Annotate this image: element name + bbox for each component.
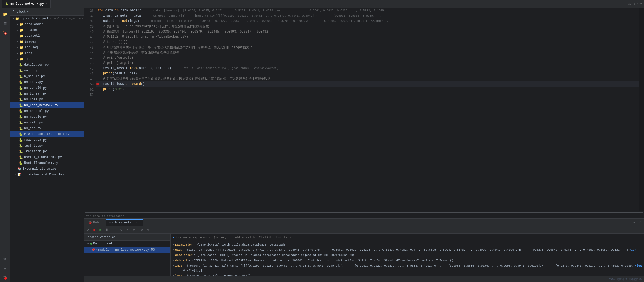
- tree-item-dataloader-py[interactable]: 🐍 dataloader.py: [10, 62, 84, 68]
- tree-item-test_tb-py[interactable]: 🐍 test_tb.py: [10, 143, 84, 149]
- horizontal-scrollbar[interactable]: [84, 211, 644, 213]
- python-console-icon-btn[interactable]: ≫: [1, 255, 9, 263]
- toolbar-separator-2: [138, 228, 138, 232]
- bookmark-icon-btn[interactable]: 🔖: [1, 29, 9, 37]
- console-expand-icon[interactable]: ▶: [173, 242, 174, 247]
- debug-tab-debug[interactable]: 🐞 Debug: [85, 219, 106, 226]
- ext-chevron: ▸: [15, 167, 16, 170]
- tree-item-nn_loss_network-py[interactable]: 🐍 nn_loss_network.py: [10, 102, 84, 108]
- debug-panel: 🐞 Debug nn_loss_network × ⚙ ⤢ ⟳ ■ ▶ ⏸: [84, 218, 644, 276]
- threads-variables-panel: Threads Variables ▾ MainThread 📌 <module…: [84, 234, 171, 276]
- file-label: n_module.py: [24, 75, 45, 78]
- console-expand-icon[interactable]: ▶: [173, 273, 174, 276]
- folder-label: dataset: [25, 28, 38, 32]
- tree-item-nn_relu-py[interactable]: 🐍 nn_relu.py: [10, 120, 84, 126]
- tree-item-scratches[interactable]: ▸ 📝 Scratches and Consoles: [10, 172, 84, 177]
- console-val: = {CrossEntropyLoss} CrossEntropyLoss(): [183, 273, 251, 276]
- breakpoint-indicator: [96, 83, 99, 85]
- code-line-49: # 注意这里进行反向传播使用的对象是损失函数对象，因为要经过损失函数求完之后的值…: [96, 76, 639, 81]
- tree-item-main-py[interactable]: 🐍 main.py: [10, 68, 84, 74]
- tree-item-read_data-py[interactable]: 🐍 read_data.py: [10, 137, 84, 143]
- tree-item-nn_seq-py[interactable]: 🐍 nn_seq.py: [10, 126, 84, 131]
- tree-item-nn_conv-py[interactable]: 🐍 nn_conv.py: [10, 79, 84, 85]
- file-label: nn_loss.py: [24, 98, 43, 101]
- tree-root[interactable]: ▾ 📁 pytorch_Project C:\AI\pycharm_projec…: [10, 16, 84, 22]
- step-out-btn[interactable]: ↗: [125, 227, 130, 233]
- tab-close-button[interactable]: ×: [46, 2, 47, 5]
- evaluate-btn[interactable]: ✎: [145, 227, 151, 233]
- tree-item-nn_loss-py[interactable]: 🐍 nn_loss.py: [10, 97, 84, 102]
- console-row-data: ▶ data = {list: 2} [tensor([[[[0.6196, 0…: [173, 247, 642, 253]
- run-to-cursor-btn[interactable]: ↩: [131, 227, 137, 233]
- code-line-39: # 先打印看一下outputs和targets长什么样，再看选择什么样的损失函数: [96, 24, 639, 29]
- code-line-36: for data in dataloader: data: [tensor([[…: [96, 8, 639, 13]
- tree-item-UsefulTransform-py[interactable]: 🐍 UsefulTransform.py: [10, 160, 84, 166]
- folder-icon: 📁: [19, 46, 23, 50]
- resume-btn[interactable]: ▶: [98, 227, 103, 233]
- folder-icon: 📁: [19, 40, 23, 44]
- settings-btn[interactable]: ⚙: [631, 220, 637, 226]
- step-over-btn[interactable]: ⬇: [112, 227, 118, 233]
- py-icon: 🐍: [19, 155, 23, 159]
- tree-item-dataset-folder[interactable]: ▸ 📁 dataset: [10, 27, 84, 33]
- debug-icon-btn[interactable]: 🐞: [1, 274, 9, 282]
- evaluate-expression-input[interactable]: [175, 236, 642, 239]
- tree-item-nn_maxpool-py[interactable]: 🐍 nn_maxpool.py: [10, 108, 84, 114]
- tree-item-Useful_Transforms-py[interactable]: 🐍 Useful_Transforms.py: [10, 154, 84, 160]
- tree-item-n_module-py[interactable]: 🐍 n_module.py: [10, 74, 84, 79]
- main-layout: 📁 ☰ 🔖 ≫ ⊞ 🐞 Project ▾ ▾ 📁 pytorch_Projec…: [0, 8, 644, 282]
- debug-tab-close-btn[interactable]: ×: [138, 221, 140, 224]
- tree-item-p10-folder[interactable]: ▸ 📁 p10: [10, 56, 84, 62]
- folder-chevron: ▸: [17, 29, 18, 32]
- editor-tab[interactable]: 🐍 nn_loss_network.py ×: [2, 0, 51, 8]
- tree-item-dataloader-folder[interactable]: ▸ 📁 dataloader: [10, 22, 84, 27]
- output-36: data: [tensor([[[[0.6196, 0.6235, 0.6471…: [147, 9, 389, 12]
- expand-btn[interactable]: ⤢: [637, 220, 643, 226]
- tree-item-dataset2-folder[interactable]: ▸ 📁 dataset2: [10, 33, 84, 39]
- file-label: nn_conv.py: [24, 80, 43, 84]
- console-key: imgs: [175, 263, 182, 268]
- tree-item-external-libs[interactable]: ▸ 📚 External Libraries: [10, 166, 84, 172]
- console-val: = {GenericMeta} torch.utils.data.dataloa…: [194, 242, 287, 247]
- py-icon: 🐍: [19, 103, 23, 107]
- tree-item-Transform-py[interactable]: 🐍 Transform.py: [10, 149, 84, 154]
- code-line-37: imgs, targets = data targets: tensor([3]…: [96, 13, 639, 18]
- code-line-48: print(result_loss): [96, 71, 639, 76]
- rerun-btn[interactable]: ⟳: [85, 227, 91, 233]
- structure-icon-btn[interactable]: ☰: [1, 19, 9, 28]
- stop-btn[interactable]: ■: [91, 227, 97, 233]
- tree-item-nn_conv2d-py[interactable]: 🐍 nn_conv2d.py: [10, 85, 84, 91]
- tree-item-nn_linear-py[interactable]: 🐍 nn_linear.py: [10, 91, 84, 97]
- debug-tab-nn_loss[interactable]: nn_loss_network ×: [106, 219, 143, 226]
- console-expand-icon[interactable]: ▶: [173, 263, 174, 268]
- tree-item-logs-folder[interactable]: ▸ 📁 logs: [10, 50, 84, 56]
- tree-item-P10_dataset-py[interactable]: 🐍 P10_dataset_transform.py: [10, 131, 84, 137]
- view-link[interactable]: View: [629, 248, 636, 252]
- console-expand-icon[interactable]: ▶: [173, 253, 174, 258]
- tree-item-log_seq-folder[interactable]: ▸ 📁 log_seq: [10, 45, 84, 50]
- console-row-dataset: ▶ dataset = {CIFAR10: 10000} Dataset CIF…: [173, 258, 642, 263]
- project-icon-btn[interactable]: 📁: [1, 10, 9, 18]
- terminal-icon-btn[interactable]: ⊞: [1, 264, 9, 273]
- folder-chevron: ▸: [17, 46, 18, 49]
- view-link[interactable]: View: [635, 263, 642, 268]
- console-expand-icon[interactable]: ▶: [173, 258, 174, 263]
- console-expand-icon[interactable]: ▶: [173, 248, 174, 252]
- mute-breakpoints-btn[interactable]: ⊗: [139, 227, 145, 233]
- tree-item-images-folder[interactable]: ▸ 📁 images: [10, 39, 84, 45]
- output-38: outputs: tensor([[ 0.1448, -0.0435, -0.0…: [144, 19, 388, 23]
- status-bar: for data in dataloader:: [84, 213, 644, 218]
- project-header: Project ▾: [10, 8, 84, 16]
- thread-status-dot: [90, 243, 92, 245]
- folder-label: dataset2: [25, 34, 40, 38]
- console-row-DataLoader: ▶ DataLoader = {GenericMeta} torch.utils…: [173, 242, 642, 247]
- pause-btn[interactable]: ⏸: [104, 227, 110, 233]
- folder-chevron: ▸: [17, 58, 18, 61]
- thread-item-main[interactable]: ▾ MainThread: [84, 241, 170, 247]
- py-icon: 🐍: [19, 109, 23, 113]
- thread-frame-item[interactable]: 📌 <module>, nn_loss_network.py:50: [84, 247, 170, 253]
- step-into-btn[interactable]: ↘: [118, 227, 124, 233]
- file-label: read_data.py: [24, 138, 47, 142]
- tree-item-nn_module-py[interactable]: 🐍 nn_module.py: [10, 114, 84, 120]
- file-label: nn_module.py: [24, 115, 47, 119]
